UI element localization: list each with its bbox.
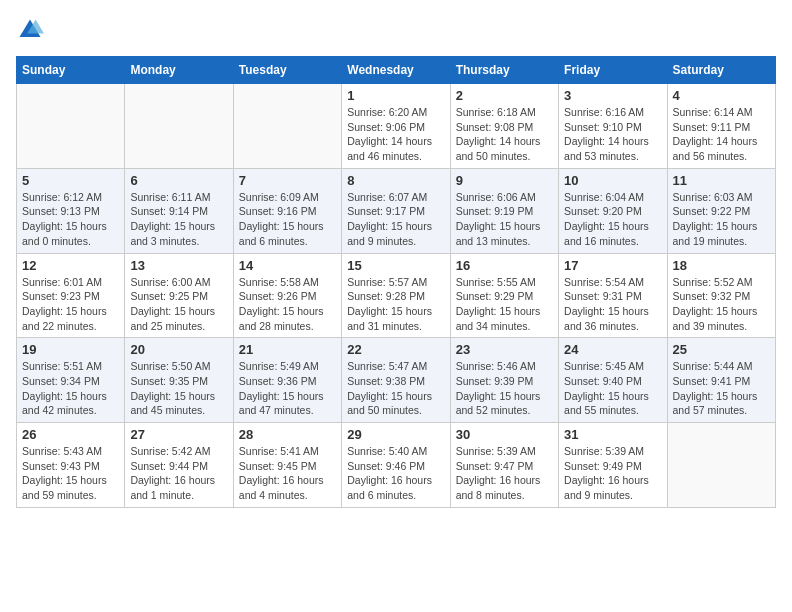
calendar-cell [17,84,125,169]
day-number: 2 [456,88,553,103]
calendar-cell: 13Sunrise: 6:00 AM Sunset: 9:25 PM Dayli… [125,253,233,338]
day-info: Sunrise: 6:20 AM Sunset: 9:06 PM Dayligh… [347,105,444,164]
day-number: 25 [673,342,770,357]
calendar-cell: 26Sunrise: 5:43 AM Sunset: 9:43 PM Dayli… [17,423,125,508]
day-number: 30 [456,427,553,442]
day-number: 27 [130,427,227,442]
day-number: 5 [22,173,119,188]
day-info: Sunrise: 5:58 AM Sunset: 9:26 PM Dayligh… [239,275,336,334]
calendar-cell: 3Sunrise: 6:16 AM Sunset: 9:10 PM Daylig… [559,84,667,169]
weekday-monday: Monday [125,57,233,84]
day-info: Sunrise: 5:57 AM Sunset: 9:28 PM Dayligh… [347,275,444,334]
day-number: 16 [456,258,553,273]
day-info: Sunrise: 6:09 AM Sunset: 9:16 PM Dayligh… [239,190,336,249]
day-number: 10 [564,173,661,188]
calendar-table: SundayMondayTuesdayWednesdayThursdayFrid… [16,56,776,508]
day-info: Sunrise: 5:51 AM Sunset: 9:34 PM Dayligh… [22,359,119,418]
day-info: Sunrise: 5:52 AM Sunset: 9:32 PM Dayligh… [673,275,770,334]
day-info: Sunrise: 5:47 AM Sunset: 9:38 PM Dayligh… [347,359,444,418]
day-number: 15 [347,258,444,273]
weekday-sunday: Sunday [17,57,125,84]
day-info: Sunrise: 5:44 AM Sunset: 9:41 PM Dayligh… [673,359,770,418]
calendar-cell: 25Sunrise: 5:44 AM Sunset: 9:41 PM Dayli… [667,338,775,423]
day-number: 26 [22,427,119,442]
day-info: Sunrise: 6:03 AM Sunset: 9:22 PM Dayligh… [673,190,770,249]
calendar-week-5: 26Sunrise: 5:43 AM Sunset: 9:43 PM Dayli… [17,423,776,508]
calendar-cell [233,84,341,169]
day-info: Sunrise: 5:49 AM Sunset: 9:36 PM Dayligh… [239,359,336,418]
logo [16,16,48,44]
calendar-cell: 31Sunrise: 5:39 AM Sunset: 9:49 PM Dayli… [559,423,667,508]
day-number: 19 [22,342,119,357]
calendar-cell: 7Sunrise: 6:09 AM Sunset: 9:16 PM Daylig… [233,168,341,253]
day-number: 1 [347,88,444,103]
calendar-cell: 14Sunrise: 5:58 AM Sunset: 9:26 PM Dayli… [233,253,341,338]
day-number: 20 [130,342,227,357]
calendar-cell: 19Sunrise: 5:51 AM Sunset: 9:34 PM Dayli… [17,338,125,423]
day-info: Sunrise: 5:55 AM Sunset: 9:29 PM Dayligh… [456,275,553,334]
day-info: Sunrise: 5:40 AM Sunset: 9:46 PM Dayligh… [347,444,444,503]
day-info: Sunrise: 5:39 AM Sunset: 9:49 PM Dayligh… [564,444,661,503]
day-info: Sunrise: 6:12 AM Sunset: 9:13 PM Dayligh… [22,190,119,249]
day-number: 18 [673,258,770,273]
calendar-cell: 1Sunrise: 6:20 AM Sunset: 9:06 PM Daylig… [342,84,450,169]
day-number: 23 [456,342,553,357]
calendar-cell: 17Sunrise: 5:54 AM Sunset: 9:31 PM Dayli… [559,253,667,338]
day-info: Sunrise: 6:14 AM Sunset: 9:11 PM Dayligh… [673,105,770,164]
day-number: 8 [347,173,444,188]
day-number: 31 [564,427,661,442]
weekday-tuesday: Tuesday [233,57,341,84]
day-info: Sunrise: 5:54 AM Sunset: 9:31 PM Dayligh… [564,275,661,334]
weekday-wednesday: Wednesday [342,57,450,84]
day-number: 3 [564,88,661,103]
day-info: Sunrise: 5:39 AM Sunset: 9:47 PM Dayligh… [456,444,553,503]
day-info: Sunrise: 6:11 AM Sunset: 9:14 PM Dayligh… [130,190,227,249]
calendar-cell: 24Sunrise: 5:45 AM Sunset: 9:40 PM Dayli… [559,338,667,423]
day-number: 29 [347,427,444,442]
calendar-cell: 4Sunrise: 6:14 AM Sunset: 9:11 PM Daylig… [667,84,775,169]
day-number: 7 [239,173,336,188]
calendar-cell: 6Sunrise: 6:11 AM Sunset: 9:14 PM Daylig… [125,168,233,253]
day-number: 13 [130,258,227,273]
calendar-cell: 28Sunrise: 5:41 AM Sunset: 9:45 PM Dayli… [233,423,341,508]
calendar-cell: 8Sunrise: 6:07 AM Sunset: 9:17 PM Daylig… [342,168,450,253]
calendar-cell: 29Sunrise: 5:40 AM Sunset: 9:46 PM Dayli… [342,423,450,508]
calendar-body: 1Sunrise: 6:20 AM Sunset: 9:06 PM Daylig… [17,84,776,508]
day-number: 22 [347,342,444,357]
day-number: 6 [130,173,227,188]
day-number: 21 [239,342,336,357]
day-info: Sunrise: 6:16 AM Sunset: 9:10 PM Dayligh… [564,105,661,164]
weekday-thursday: Thursday [450,57,558,84]
calendar-cell: 12Sunrise: 6:01 AM Sunset: 9:23 PM Dayli… [17,253,125,338]
calendar-cell: 21Sunrise: 5:49 AM Sunset: 9:36 PM Dayli… [233,338,341,423]
day-number: 24 [564,342,661,357]
day-number: 14 [239,258,336,273]
day-info: Sunrise: 6:18 AM Sunset: 9:08 PM Dayligh… [456,105,553,164]
calendar-cell: 27Sunrise: 5:42 AM Sunset: 9:44 PM Dayli… [125,423,233,508]
calendar-cell [667,423,775,508]
day-number: 28 [239,427,336,442]
calendar-week-3: 12Sunrise: 6:01 AM Sunset: 9:23 PM Dayli… [17,253,776,338]
day-number: 17 [564,258,661,273]
day-info: Sunrise: 6:06 AM Sunset: 9:19 PM Dayligh… [456,190,553,249]
calendar-week-4: 19Sunrise: 5:51 AM Sunset: 9:34 PM Dayli… [17,338,776,423]
calendar-cell [125,84,233,169]
calendar-cell: 30Sunrise: 5:39 AM Sunset: 9:47 PM Dayli… [450,423,558,508]
day-number: 9 [456,173,553,188]
calendar-cell: 5Sunrise: 6:12 AM Sunset: 9:13 PM Daylig… [17,168,125,253]
calendar-cell: 11Sunrise: 6:03 AM Sunset: 9:22 PM Dayli… [667,168,775,253]
day-info: Sunrise: 6:07 AM Sunset: 9:17 PM Dayligh… [347,190,444,249]
day-info: Sunrise: 5:50 AM Sunset: 9:35 PM Dayligh… [130,359,227,418]
day-info: Sunrise: 5:43 AM Sunset: 9:43 PM Dayligh… [22,444,119,503]
calendar-cell: 20Sunrise: 5:50 AM Sunset: 9:35 PM Dayli… [125,338,233,423]
page-header [16,16,776,44]
day-info: Sunrise: 6:01 AM Sunset: 9:23 PM Dayligh… [22,275,119,334]
calendar-week-2: 5Sunrise: 6:12 AM Sunset: 9:13 PM Daylig… [17,168,776,253]
weekday-friday: Friday [559,57,667,84]
day-info: Sunrise: 5:41 AM Sunset: 9:45 PM Dayligh… [239,444,336,503]
day-number: 11 [673,173,770,188]
day-number: 12 [22,258,119,273]
weekday-saturday: Saturday [667,57,775,84]
day-info: Sunrise: 5:42 AM Sunset: 9:44 PM Dayligh… [130,444,227,503]
calendar-cell: 18Sunrise: 5:52 AM Sunset: 9:32 PM Dayli… [667,253,775,338]
